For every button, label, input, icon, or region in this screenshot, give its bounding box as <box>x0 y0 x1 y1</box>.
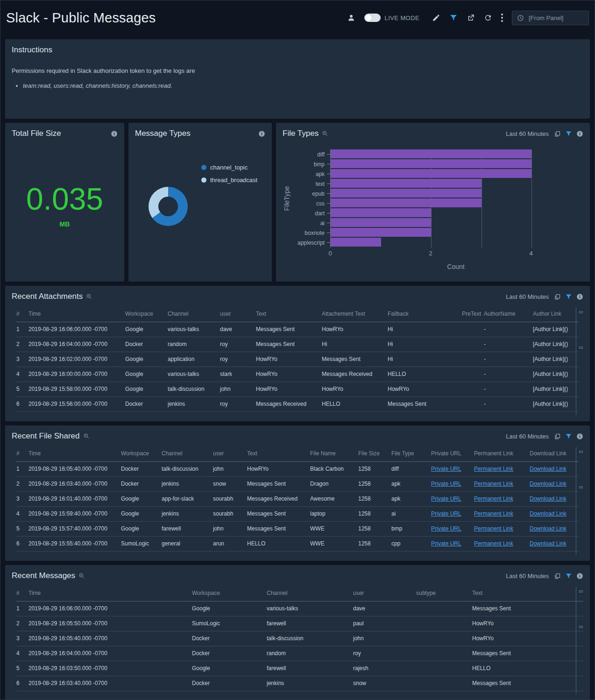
filter-icon[interactable] <box>449 14 458 22</box>
time-range-label[interactable]: Last 60 Minutes <box>506 433 549 440</box>
download-link-link[interactable]: Download Link <box>530 481 567 487</box>
filter-icon[interactable] <box>565 573 572 580</box>
time-range-label[interactable]: Last 60 Minutes <box>506 293 549 300</box>
column-header[interactable]: # <box>16 306 28 322</box>
private-url-link[interactable]: Private URL <box>431 495 461 502</box>
bar-bmp[interactable] <box>331 159 531 168</box>
message-types-donut-chart[interactable] <box>149 187 188 226</box>
private-url-link[interactable]: Private URL <box>431 525 461 532</box>
column-header[interactable]: File Type <box>391 445 431 461</box>
download-link-link[interactable]: Download Link <box>530 540 567 547</box>
table-row: 22019-08-29 16:05:50.000 -0700SumoLogicf… <box>16 616 583 631</box>
info-icon[interactable] <box>576 433 583 440</box>
table-scrollbar[interactable] <box>576 587 583 694</box>
column-header[interactable]: Workspace <box>121 445 162 461</box>
table-cell <box>416 601 472 616</box>
zoom-in-icon[interactable] <box>322 130 328 137</box>
column-header[interactable]: Time <box>28 585 192 601</box>
column-header[interactable]: Fallback <box>388 306 452 322</box>
refresh-icon[interactable] <box>484 14 492 22</box>
download-link-link[interactable]: Download Link <box>530 466 567 472</box>
table-cell: HowRYo <box>472 631 583 646</box>
column-header[interactable]: # <box>16 585 28 601</box>
column-header[interactable]: Workspace <box>192 585 267 601</box>
time-range-label[interactable]: Last 60 Minutes <box>506 130 549 137</box>
bar-css[interactable] <box>331 198 482 207</box>
copy-icon[interactable] <box>554 293 561 300</box>
private-url-link[interactable]: Private URL <box>431 466 461 472</box>
column-header[interactable]: Download Link <box>530 445 579 461</box>
filter-icon[interactable] <box>565 130 572 137</box>
column-header[interactable]: Text <box>247 445 310 461</box>
column-header[interactable]: Text <box>256 306 322 322</box>
legend-item-channel-topic[interactable]: channel_topic <box>201 164 257 171</box>
from-panel-time-field[interactable]: [From Panel] <box>512 11 589 25</box>
kebab-menu-icon[interactable] <box>501 14 503 22</box>
bar-ai[interactable] <box>331 218 431 227</box>
column-header[interactable]: # <box>16 445 28 461</box>
column-header[interactable]: Workspace <box>125 306 168 322</box>
private-url-link[interactable]: Private URL <box>431 540 461 547</box>
column-header[interactable]: Channel <box>267 585 353 601</box>
share-icon[interactable] <box>467 14 475 22</box>
column-header[interactable]: Channel <box>162 445 213 461</box>
column-header[interactable]: Attachement Text <box>322 306 388 322</box>
bar-dart[interactable] <box>331 208 431 217</box>
permanent-link-link[interactable]: Permanent Link <box>474 495 513 502</box>
copy-icon[interactable] <box>554 433 561 440</box>
column-header[interactable]: Time <box>28 306 125 322</box>
time-range-label[interactable]: Last 60 Minutes <box>506 573 549 580</box>
info-icon[interactable] <box>576 573 583 580</box>
download-link-link[interactable]: Download Link <box>530 525 567 532</box>
private-url-link[interactable]: Private URL <box>431 481 461 487</box>
copy-icon[interactable] <box>554 130 561 137</box>
column-header[interactable]: Channel <box>168 306 220 322</box>
column-header[interactable]: PreText <box>452 306 484 322</box>
zoom-in-icon[interactable] <box>83 433 90 439</box>
bar-boxnote[interactable] <box>331 228 431 237</box>
zoom-in-icon[interactable] <box>86 293 92 300</box>
copy-icon[interactable] <box>554 573 561 580</box>
column-header[interactable]: user <box>213 445 247 461</box>
info-icon[interactable] <box>576 130 583 137</box>
column-header[interactable]: user <box>220 306 256 322</box>
info-icon[interactable] <box>258 130 265 137</box>
column-header[interactable]: Text <box>472 585 583 601</box>
download-link-link[interactable]: Download Link <box>530 510 567 517</box>
column-header[interactable]: AuthorName <box>484 306 533 322</box>
column-header[interactable]: File Size <box>358 445 391 461</box>
live-mode-toggle[interactable] <box>364 14 381 22</box>
permanent-link-link[interactable]: Permanent Link <box>474 540 513 547</box>
permanent-link-link[interactable]: Permanent Link <box>474 525 513 532</box>
column-header[interactable]: Time <box>28 445 121 461</box>
file-types-bar-chart[interactable]: FileType diffbmpapktextepubcssdartaiboxn… <box>283 149 581 247</box>
filter-icon[interactable] <box>565 433 572 440</box>
private-url-link[interactable]: Private URL <box>431 510 461 517</box>
permanent-link-link[interactable]: Permanent Link <box>474 481 513 487</box>
bar-text[interactable] <box>331 179 482 188</box>
bar-applescript[interactable] <box>331 238 381 247</box>
column-header[interactable]: user <box>353 585 416 601</box>
column-header[interactable]: File Name <box>310 445 358 461</box>
legend-item-thread-broadcast[interactable]: thread_broadcast <box>201 177 257 184</box>
bar-epub[interactable] <box>331 189 482 198</box>
bar-apk[interactable] <box>331 169 531 178</box>
column-header[interactable]: Private URL <box>431 445 474 461</box>
table-cell: sourabh <box>213 506 247 521</box>
table-cell: Google <box>121 521 162 536</box>
permanent-link-link[interactable]: Permanent Link <box>474 510 513 517</box>
edit-pencil-icon[interactable] <box>432 14 440 22</box>
table-scrollbar[interactable] <box>576 307 583 415</box>
column-header[interactable]: Author Link <box>533 306 579 322</box>
info-icon[interactable] <box>576 293 583 300</box>
column-header[interactable]: subtype <box>416 585 472 601</box>
table-scrollbar[interactable] <box>576 447 583 555</box>
filter-icon[interactable] <box>565 293 572 300</box>
download-link-link[interactable]: Download Link <box>530 495 567 502</box>
permanent-link-link[interactable]: Permanent Link <box>474 466 513 472</box>
zoom-in-icon[interactable] <box>78 573 85 579</box>
info-icon[interactable] <box>111 130 118 137</box>
column-header[interactable]: Permanent Link <box>474 445 530 461</box>
bar-diff[interactable] <box>331 149 531 158</box>
table-cell: [Author Link]() <box>533 322 579 337</box>
